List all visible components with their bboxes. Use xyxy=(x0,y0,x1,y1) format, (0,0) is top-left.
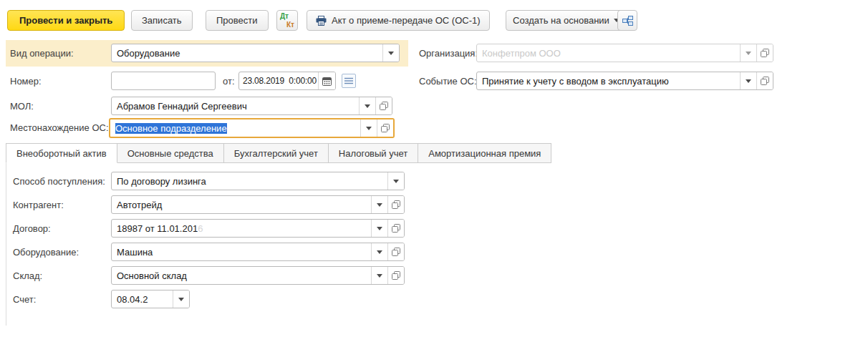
document-form: Провести и закрыть Записать Провести Дт … xyxy=(0,0,868,342)
contract-open-button[interactable] xyxy=(387,220,404,237)
acquisition-method-value: По договору лизинга xyxy=(112,172,387,190)
list-icon xyxy=(344,77,353,84)
open-icon xyxy=(761,49,769,57)
date-prefix-label: от: xyxy=(223,76,235,87)
dt-kt-postings-button[interactable]: Дт Кт xyxy=(276,10,298,31)
organization-value: Конфетпром ООО xyxy=(477,44,740,62)
acquisition-method-label: Способ поступления: xyxy=(13,176,105,187)
os-event-open-button[interactable] xyxy=(756,72,773,89)
calendar-icon xyxy=(322,77,332,86)
mol-value: Абрамов Геннадий Сергеевич xyxy=(112,97,359,114)
counterparty-dropdown-button[interactable] xyxy=(371,196,387,213)
save-label: Записать xyxy=(142,15,182,26)
acquisition-method-field[interactable]: По договору лизинга xyxy=(111,172,405,190)
save-button[interactable]: Записать xyxy=(131,10,193,31)
chevron-down-icon xyxy=(377,274,382,278)
chevron-down-icon xyxy=(746,79,751,83)
account-field[interactable]: 08.04.2 xyxy=(111,290,190,308)
open-icon xyxy=(392,224,400,233)
counterparty-open-button[interactable] xyxy=(387,196,404,213)
operation-type-value: Оборудование xyxy=(112,44,382,62)
warehouse-label: Склад: xyxy=(13,270,42,281)
chevron-down-icon xyxy=(377,250,382,254)
show-in-list-button[interactable] xyxy=(342,74,356,88)
organization-dropdown-button[interactable] xyxy=(740,44,756,62)
chevron-down-icon xyxy=(388,52,394,55)
counterparty-label: Контрагент: xyxy=(13,200,64,210)
account-label: Счет: xyxy=(13,294,36,305)
operation-type-dropdown-button[interactable] xyxy=(382,44,399,62)
os-event-dropdown-button[interactable] xyxy=(740,72,756,89)
related-documents-icon xyxy=(622,15,634,26)
chevron-down-icon xyxy=(746,52,751,55)
chevron-down-icon xyxy=(393,180,399,183)
open-icon xyxy=(381,124,390,132)
open-icon xyxy=(380,102,388,110)
chevron-down-icon xyxy=(366,127,372,130)
tab-nalogovy-uchet[interactable]: Налоговый учет xyxy=(328,143,418,163)
equipment-field[interactable]: Машина xyxy=(111,243,405,261)
tab-vneoborotny-aktiv[interactable]: Внеоборотный актив xyxy=(6,143,117,163)
tab-buhgalterskiy-uchet[interactable]: Бухгалтерский учет xyxy=(223,143,329,163)
mol-open-button[interactable] xyxy=(375,97,392,114)
date-value: 23.08.2019 0:00:00 xyxy=(239,72,318,89)
contract-value: 18987 от 11.01.2016 xyxy=(112,220,371,237)
dt-kt-icon: Дт xyxy=(280,12,289,20)
equipment-value: Машина xyxy=(112,243,371,260)
equipment-label: Оборудование: xyxy=(13,247,79,258)
tab-osnovnye-sredstva[interactable]: Основные средства xyxy=(117,143,224,163)
operation-type-label: Вид операции: xyxy=(10,48,74,59)
os-event-field[interactable]: Принятие к учету с вводом в эксплуатацию xyxy=(476,72,773,90)
counterparty-field[interactable]: Автотрейд xyxy=(111,195,405,214)
tab-panel-left-border xyxy=(6,162,6,326)
open-icon xyxy=(392,248,400,256)
related-documents-button[interactable] xyxy=(617,10,637,31)
post-label: Провести xyxy=(216,15,258,26)
print-act-os1-button[interactable]: Акт о приеме-передаче ОС (ОС-1) xyxy=(307,10,490,31)
os-location-value: Основное подразделение xyxy=(110,119,360,137)
warehouse-value: Основной склад xyxy=(112,267,371,284)
organization-open-button[interactable] xyxy=(756,44,773,62)
chevron-down-icon xyxy=(377,227,382,230)
os-location-field[interactable]: Основное подразделение xyxy=(109,118,395,138)
mol-field[interactable]: Абрамов Геннадий Сергеевич xyxy=(111,97,392,115)
contract-value-faded: 6 xyxy=(198,223,203,234)
create-based-on-label: Создать на основании xyxy=(513,15,609,26)
chevron-down-icon xyxy=(377,203,382,207)
commit-and-close-button[interactable]: Провести и закрыть xyxy=(7,10,125,31)
os-event-value: Принятие к учету с вводом в эксплуатацию xyxy=(477,72,740,89)
acquisition-method-dropdown-button[interactable] xyxy=(387,172,404,190)
operation-type-field[interactable]: Оборудование xyxy=(111,44,400,62)
contract-label: Договор: xyxy=(13,223,51,234)
contract-field[interactable]: 18987 от 11.01.2016 xyxy=(111,219,405,238)
warehouse-dropdown-button[interactable] xyxy=(371,267,387,284)
date-calendar-button[interactable] xyxy=(318,72,335,89)
organization-field: Конфетпром ООО xyxy=(476,44,773,62)
tab-bar: Внеоборотный актив Основные средства Бух… xyxy=(6,143,551,163)
account-value: 08.04.2 xyxy=(112,290,173,308)
selected-text: Основное подразделение xyxy=(115,123,227,134)
os-location-open-button[interactable] xyxy=(377,119,393,137)
os-location-dropdown-button[interactable] xyxy=(360,119,377,137)
warehouse-field[interactable]: Основной склад xyxy=(111,266,405,285)
print-act-label: Акт о приеме-передаче ОС (ОС-1) xyxy=(332,15,481,26)
warehouse-open-button[interactable] xyxy=(387,267,404,284)
contract-dropdown-button[interactable] xyxy=(371,220,387,237)
chevron-down-icon xyxy=(365,104,370,108)
chevron-down-icon xyxy=(178,298,184,301)
mol-label: МОЛ: xyxy=(10,101,34,112)
organization-label: Организация: xyxy=(419,48,478,59)
open-icon xyxy=(761,77,769,85)
number-label: Номер: xyxy=(10,76,42,87)
date-field[interactable]: 23.08.2019 0:00:00 xyxy=(238,72,336,90)
equipment-dropdown-button[interactable] xyxy=(371,243,387,260)
mol-dropdown-button[interactable] xyxy=(359,97,375,114)
equipment-open-button[interactable] xyxy=(387,243,404,260)
create-based-on-button[interactable]: Создать на основании xyxy=(506,10,627,31)
os-location-label: Местонахождение ОС: xyxy=(10,122,109,133)
post-button[interactable]: Провести xyxy=(206,10,269,31)
open-icon xyxy=(392,200,400,209)
tab-amortizatsionnaya-premiya[interactable]: Амортизационная премия xyxy=(418,143,551,163)
account-dropdown-button[interactable] xyxy=(173,290,189,308)
number-input[interactable] xyxy=(111,72,216,90)
